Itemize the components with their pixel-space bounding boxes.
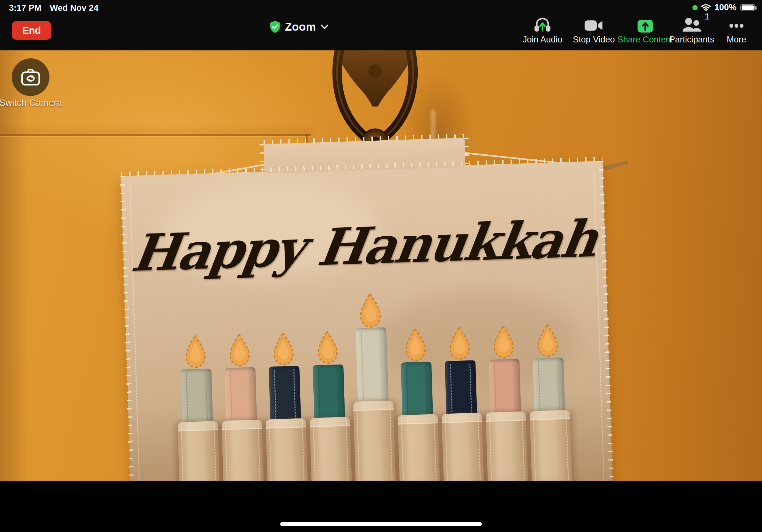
meeting-title-menu[interactable]: Zoom xyxy=(269,19,329,35)
switch-camera-label: Switch Camera xyxy=(0,98,65,108)
candle-pocket xyxy=(266,418,309,481)
status-time: 3:17 PM xyxy=(9,3,41,13)
candle-pocket xyxy=(486,411,529,481)
more-button[interactable]: More xyxy=(717,13,756,45)
participants-icon xyxy=(682,17,702,33)
candle-body xyxy=(313,364,345,425)
candle-body xyxy=(181,368,213,429)
candle-pocket xyxy=(178,421,220,481)
more-label: More xyxy=(717,35,756,45)
home-indicator[interactable] xyxy=(280,522,482,526)
meeting-title: Zoom xyxy=(285,21,316,33)
video-feed[interactable]: Happy Hanukkah Switch Camera xyxy=(0,50,762,481)
candle-pocket xyxy=(353,401,397,481)
candle-pocket xyxy=(442,413,485,481)
chevron-down-icon xyxy=(320,24,329,29)
battery-percent: 100% xyxy=(715,3,736,13)
end-call-button[interactable]: End xyxy=(12,21,51,40)
share-up-arrow-icon xyxy=(638,20,653,33)
participants-button[interactable]: 1 Participants xyxy=(665,13,719,45)
join-audio-button[interactable]: Join Audio xyxy=(514,13,571,45)
flame-icon xyxy=(403,327,427,363)
flame-icon xyxy=(357,291,384,329)
candle-row xyxy=(121,161,613,481)
participants-count-badge: 1 xyxy=(705,12,710,22)
candle-pocket xyxy=(310,417,352,481)
candle-body xyxy=(533,358,566,418)
flame-icon xyxy=(315,329,340,366)
participants-label: Participants xyxy=(665,35,719,45)
wifi-icon xyxy=(701,4,711,11)
flame-icon xyxy=(271,331,296,367)
candle-body xyxy=(401,362,433,422)
candle-pocket xyxy=(221,420,265,481)
candle-body xyxy=(225,367,257,428)
status-date: Wed Nov 24 xyxy=(50,3,99,13)
video-camera-icon xyxy=(584,19,603,33)
ellipsis-icon xyxy=(729,24,744,28)
headphones-icon xyxy=(534,15,551,33)
battery-icon xyxy=(740,4,755,11)
status-bar-right: 100% xyxy=(692,3,757,13)
candle-body xyxy=(489,359,521,419)
candle-body xyxy=(445,360,477,420)
switch-camera-icon xyxy=(21,68,41,87)
join-audio-label: Join Audio xyxy=(514,35,571,45)
encryption-shield-icon xyxy=(269,21,280,33)
status-bar-left: 3:17 PM Wed Nov 24 xyxy=(9,3,99,13)
switch-camera-button[interactable] xyxy=(12,58,49,96)
flame-icon xyxy=(491,324,516,360)
flame-icon xyxy=(183,334,208,370)
hanukkah-banner: Happy Hanukkah xyxy=(121,161,613,481)
flame-icon xyxy=(447,325,472,362)
bottom-bar xyxy=(0,481,762,532)
camera-in-use-indicator xyxy=(692,5,698,10)
candle-body xyxy=(269,366,301,426)
candle-pocket xyxy=(398,414,441,481)
candle-pocket xyxy=(530,410,573,481)
zoom-toolbar: 3:17 PM Wed Nov 24 100% End Zoom xyxy=(0,0,762,50)
flame-icon xyxy=(535,322,560,359)
flame-icon xyxy=(227,332,252,368)
